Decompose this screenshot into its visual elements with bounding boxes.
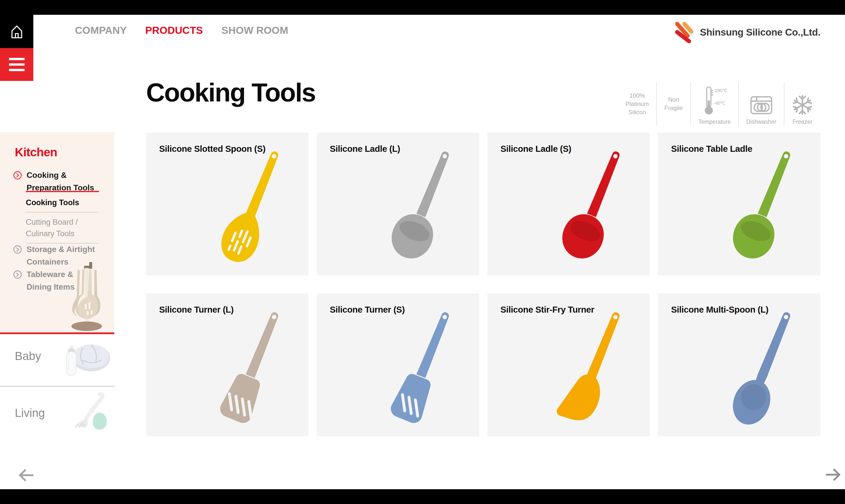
utensil-stand-image xyxy=(67,260,107,334)
badge-dishwasher: Dishwasher xyxy=(738,82,784,125)
product-image xyxy=(201,298,307,436)
sidebar-item-tableware-dining[interactable]: Tableware & Dining Items xyxy=(13,268,75,293)
snowflake-icon xyxy=(792,94,813,115)
temp-min-label: -40℃ xyxy=(714,101,725,106)
product-image xyxy=(713,137,819,275)
home-icon xyxy=(8,23,25,40)
page-title: Cooking Tools xyxy=(146,78,315,107)
badge-platinum-silicon: 100% Platinum Silicon xyxy=(618,82,656,125)
product-card[interactable]: Silicone Ladle (S) xyxy=(488,133,650,275)
sidebar-category-kitchen[interactable]: Kitchen xyxy=(15,145,57,159)
product-title: Silicone Turner (L) xyxy=(159,305,233,314)
product-image xyxy=(371,137,478,275)
sidebar-subitem-cooking-tools[interactable]: Cooking Tools xyxy=(26,197,99,212)
dishwasher-icon xyxy=(750,95,773,115)
chevron-circle-icon xyxy=(13,171,22,180)
product-card[interactable]: Silicone Ladle (L) xyxy=(317,133,479,275)
main-nav: COMPANY PRODUCTS SHOW ROOM xyxy=(75,24,288,36)
product-title: Silicone Turner (S) xyxy=(330,305,405,314)
product-title: Silicone Table Ladle xyxy=(671,144,752,154)
chevron-circle-icon xyxy=(13,270,22,279)
sidebar-item-cooking-preparation-tools[interactable]: Cooking & Preparation Tools xyxy=(13,169,94,194)
sidebar-category-baby[interactable]: Baby xyxy=(0,334,114,386)
hamburger-menu-button[interactable] xyxy=(0,48,33,81)
arrow-right-icon xyxy=(825,467,842,482)
badge-temperature: 200℃ -40℃ Temperature xyxy=(690,82,738,125)
product-card[interactable]: Silicone Multi-Spoon (L) xyxy=(658,293,821,436)
top-black-bar xyxy=(0,0,845,15)
bottom-black-bar xyxy=(0,489,845,504)
arrow-left-icon xyxy=(18,468,34,483)
product-title: Silicone Stir-Fry Turner xyxy=(500,305,594,314)
product-card[interactable]: Silicone Table Ladle xyxy=(658,133,821,275)
nav-products[interactable]: PRODUCTS xyxy=(145,24,203,36)
chevron-circle-icon xyxy=(13,245,22,254)
product-image xyxy=(713,298,819,436)
nav-company[interactable]: COMPANY xyxy=(75,24,127,36)
nav-showroom[interactable]: SHOW ROOM xyxy=(222,24,288,36)
product-card[interactable]: Silicone Slotted Spoon (S) xyxy=(146,133,309,275)
product-card[interactable]: Silicone Stir-Fry Turner xyxy=(488,293,650,436)
next-page-button[interactable] xyxy=(825,467,842,483)
badge-non-fragile: Non Fragile xyxy=(656,82,690,125)
product-grid: Silicone Slotted Spoon (S) Silicone Ladl… xyxy=(146,133,821,436)
baby-products-image xyxy=(57,339,111,381)
active-group-underline xyxy=(26,191,99,192)
product-image xyxy=(201,137,307,275)
brand-logo[interactable]: Shinsung Silicone Co.,Ltd. xyxy=(674,21,821,43)
sidebar-subitem-cutting-board[interactable]: Cutting Board / Culinary Tools xyxy=(26,216,99,244)
product-image xyxy=(542,298,649,436)
product-title: Silicone Ladle (L) xyxy=(330,144,400,154)
feature-badges: 100% Platinum Silicon Non Fragile 200℃ -… xyxy=(618,82,821,125)
product-image xyxy=(542,137,649,275)
temp-max-label: 200℃ xyxy=(715,88,727,93)
product-card[interactable]: Silicone Turner (L) xyxy=(146,293,309,436)
product-image xyxy=(371,298,478,436)
category-sidebar: Kitchen Cooking & Preparation Tools Cook… xyxy=(0,132,114,334)
prev-page-button[interactable] xyxy=(18,468,34,484)
badge-freezer: Freezer xyxy=(784,82,821,125)
product-title: Silicone Ladle (S) xyxy=(500,144,571,154)
hamburger-icon xyxy=(9,58,24,60)
home-button[interactable] xyxy=(0,15,33,48)
sidebar-category-living[interactable]: Living xyxy=(0,386,114,440)
brand-name: Shinsung Silicone Co.,Ltd. xyxy=(700,27,821,38)
product-card[interactable]: Silicone Turner (S) xyxy=(317,293,479,436)
living-products-image xyxy=(62,393,112,435)
brand-logo-icon xyxy=(674,21,696,43)
